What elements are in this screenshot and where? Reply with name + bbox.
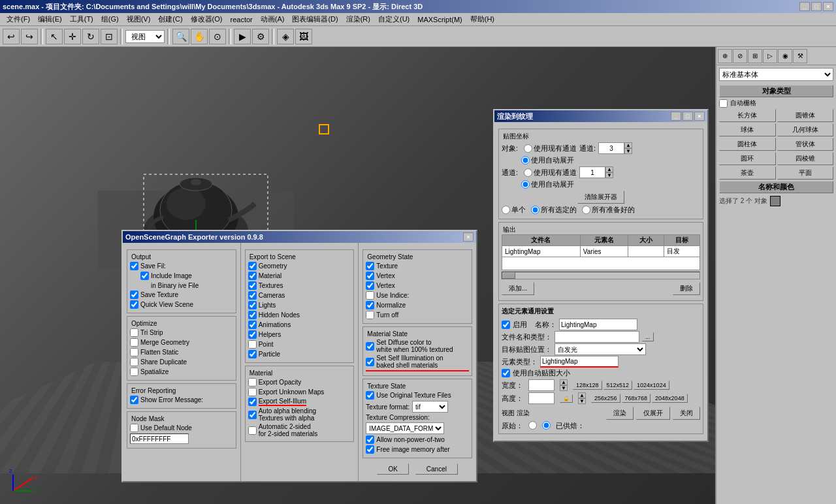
renderer-close-btn[interactable]: × — [694, 112, 705, 121]
texture-format-select[interactable]: tif — [412, 401, 448, 413]
shape-torus[interactable]: 圆环 — [719, 152, 776, 165]
shape-pyramid[interactable]: 四棱锥 — [777, 152, 834, 165]
point-cb[interactable] — [248, 340, 257, 349]
show-error-cb[interactable] — [130, 396, 138, 404]
normalize-cb[interactable] — [366, 301, 374, 309]
size-1024[interactable]: 1024x1024 — [634, 381, 669, 390]
output-scrollbar[interactable] — [502, 272, 700, 279]
render-action-btn[interactable]: 渲染 — [606, 407, 634, 420]
particle-cb[interactable] — [248, 350, 257, 358]
rotate-btn[interactable]: ↻ — [82, 29, 99, 44]
animations-cb[interactable] — [248, 321, 257, 329]
name-input[interactable] — [559, 319, 637, 330]
tri-strip-cb[interactable] — [130, 328, 138, 337]
chan-existing-radio[interactable] — [524, 168, 532, 177]
target-map-select[interactable]: 自发光 — [555, 343, 646, 355]
maximize-btn[interactable]: □ — [811, 2, 822, 11]
single-radio[interactable] — [502, 206, 510, 214]
shape-plane[interactable]: 平面 — [777, 166, 834, 180]
close-dialog-btn[interactable]: 关闭 — [673, 407, 700, 420]
textures-cb[interactable] — [248, 281, 257, 290]
set-self-illum-cb[interactable] — [366, 358, 374, 366]
menu-view[interactable]: 视图(V) — [123, 13, 155, 25]
menu-maxscript[interactable]: MAXScript(M) — [413, 14, 466, 25]
save-texture-cb[interactable] — [130, 291, 138, 299]
menu-create[interactable]: 创建(C) — [154, 13, 186, 25]
filename-browse-btn[interactable]: ... — [642, 332, 654, 341]
minimize-btn[interactable]: _ — [799, 2, 810, 11]
osg-close-btn[interactable]: × — [463, 232, 474, 242]
lights-cb[interactable] — [248, 301, 257, 309]
chan-auto-radio[interactable] — [521, 180, 530, 189]
renderer-max-btn[interactable]: □ — [683, 112, 693, 121]
shape-geosphere[interactable]: 几何球体 — [777, 123, 834, 136]
menu-modifier[interactable]: 修改器(O) — [187, 13, 227, 25]
channel-spin-up2[interactable]: ▲ — [605, 166, 613, 172]
texture-state-cb[interactable] — [366, 262, 374, 270]
save-file-cb[interactable] — [130, 262, 138, 270]
menu-edit[interactable]: 编辑(E) — [34, 13, 66, 25]
size-512[interactable]: 512x512 — [603, 381, 633, 390]
include-image-cb[interactable] — [140, 272, 149, 280]
menu-file[interactable]: 文件(F) — [3, 13, 34, 25]
use-auto-radio[interactable] — [521, 156, 530, 165]
undo-btn[interactable]: ↩ — [3, 29, 20, 44]
enable-cb[interactable] — [502, 321, 510, 329]
allow-non-power-cb[interactable] — [366, 435, 374, 444]
all-available-radio[interactable] — [582, 206, 590, 214]
channel-spin-up1[interactable]: ▲ — [624, 142, 632, 148]
size-2048[interactable]: 2048x2048 — [652, 394, 688, 403]
all-selected-radio[interactable] — [531, 206, 539, 214]
shape-cylinder[interactable]: 圆柱体 — [719, 138, 776, 151]
scrollbar-thumb[interactable] — [502, 272, 515, 279]
zoom-btn[interactable]: 🔍 — [172, 29, 189, 44]
compression-select[interactable]: IMAGE_DATA_FORMAT — [366, 422, 444, 434]
render-settings-btn[interactable]: ⚙ — [252, 29, 269, 44]
osg-dialog-title[interactable]: OpenSceneGraph Exporter version 0.9.8 × — [123, 231, 476, 243]
view-radio-original[interactable] — [528, 421, 537, 430]
material-cb[interactable] — [248, 272, 257, 280]
renderer-dialog-titlebar[interactable]: 渲染到纹理 _ □ × — [494, 110, 707, 122]
hidden-nodes-cb[interactable] — [248, 311, 257, 319]
export-self-illum-cb[interactable] — [248, 398, 257, 406]
color-preview[interactable] — [770, 196, 780, 206]
channel-spin-down1[interactable]: ▼ — [624, 148, 632, 154]
auto-size-cb[interactable] — [502, 369, 510, 377]
size-768[interactable]: 768x768 — [622, 394, 651, 403]
width-down[interactable]: ▼ — [560, 385, 568, 391]
filename-input[interactable] — [555, 331, 639, 343]
menu-render[interactable]: 渲染(R) — [342, 13, 374, 25]
auto-grid-cb[interactable] — [719, 99, 728, 108]
geometry-cb[interactable] — [248, 262, 257, 270]
shape-cone[interactable]: 圆锥体 — [777, 109, 834, 122]
height-input[interactable] — [528, 392, 555, 404]
object-type-dropdown[interactable]: 标准基本体 — [719, 68, 833, 81]
quick-view-cb[interactable] — [130, 300, 138, 309]
move-btn[interactable]: ✛ — [64, 29, 81, 44]
viewport[interactable]: 透视 — [0, 47, 715, 504]
clear-unwrap-btn[interactable]: 清除展开器 — [577, 191, 624, 204]
menu-help[interactable]: 帮助(H) — [466, 13, 498, 25]
use-original-cb[interactable] — [366, 391, 374, 400]
scale-btn[interactable]: ⊡ — [101, 29, 118, 44]
close-btn[interactable]: × — [823, 2, 833, 11]
merge-geo-cb[interactable] — [130, 338, 138, 347]
use-existing-radio[interactable] — [524, 144, 532, 153]
spatialize-cb[interactable] — [130, 368, 138, 376]
motion-panel-btn[interactable]: ▷ — [763, 49, 777, 63]
free-image-cb[interactable] — [366, 445, 374, 454]
view-only-btn[interactable]: 仅展开 — [636, 407, 670, 420]
lock-btn[interactable]: 🔒 — [560, 394, 573, 403]
auto-2sided-cb[interactable] — [248, 426, 257, 435]
render-btn[interactable]: ▶ — [234, 29, 251, 44]
width-up[interactable]: ▲ — [560, 379, 568, 385]
shape-sphere[interactable]: 球体 — [719, 123, 776, 136]
height-down[interactable]: ▼ — [578, 398, 586, 404]
renderer-min-btn[interactable]: _ — [671, 112, 681, 121]
select-btn[interactable]: ↖ — [46, 29, 63, 44]
shape-teapot[interactable]: 茶壶 — [719, 166, 776, 180]
hex-input[interactable] — [130, 433, 189, 444]
export-opacity-cb[interactable] — [248, 378, 257, 386]
height-up[interactable]: ▲ — [578, 392, 586, 398]
width-input[interactable] — [528, 379, 555, 391]
